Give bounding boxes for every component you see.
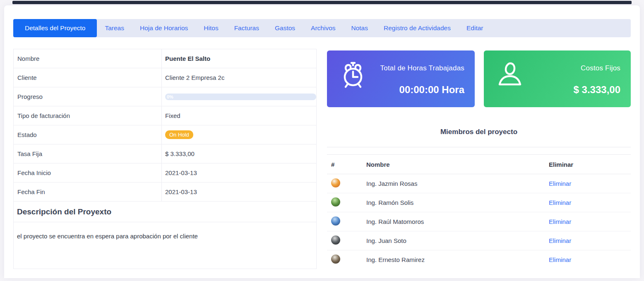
delete-member-link[interactable]: Eliminar bbox=[549, 218, 571, 225]
progress-percent-label: 0% bbox=[165, 94, 173, 99]
tab-editar[interactable]: Editar bbox=[459, 19, 491, 37]
fixed-costs-card: Costos Fijos $ 3.333,00 bbox=[484, 50, 631, 107]
detail-row-cliente: Cliente Cliente 2 Empresa 2c bbox=[14, 68, 316, 87]
detail-label: Tasa Fija bbox=[14, 144, 162, 163]
person-icon bbox=[496, 60, 524, 92]
member-row: Ing. Juan Soto Eliminar bbox=[327, 231, 631, 250]
total-hours-card: Total de Horas Trabajadas 00:00:00 Hora bbox=[327, 50, 475, 107]
member-row: Ing. Raúl Matomoros Eliminar bbox=[327, 212, 631, 231]
project-details-table: Nombre Puente El Salto Cliente Cliente 2… bbox=[13, 49, 317, 269]
detail-label: Tipo de facturación bbox=[14, 106, 162, 125]
tab-tareas[interactable]: Tareas bbox=[97, 19, 132, 37]
member-row: Ing. Ramón Solis Eliminar bbox=[327, 193, 631, 212]
member-row: Ing. Jazmin Rosas Eliminar bbox=[327, 174, 631, 193]
delete-member-link[interactable]: Eliminar bbox=[549, 199, 571, 206]
tab-archivos[interactable]: Archivos bbox=[303, 19, 343, 37]
detail-value-fixed-rate: $ 3.333,00 bbox=[162, 144, 316, 163]
member-avatar bbox=[331, 255, 340, 264]
tab-detalles-del-proyecto[interactable]: Detalles del Proyecto bbox=[13, 19, 97, 37]
member-avatar bbox=[331, 216, 340, 226]
tab-registro-de-actividades[interactable]: Registro de Actividades bbox=[376, 19, 459, 37]
members-divider bbox=[327, 147, 631, 147]
status-badge: On Hold bbox=[165, 130, 193, 139]
tab-hoja-de-horarios[interactable]: Hoja de Horarios bbox=[132, 19, 196, 37]
delete-member-link[interactable]: Eliminar bbox=[549, 180, 571, 187]
member-name: Ing. Raúl Matomoros bbox=[366, 218, 549, 225]
top-accent-bar bbox=[12, 1, 632, 4]
detail-row-nombre: Nombre Puente El Salto bbox=[14, 49, 316, 68]
members-section-title: Miembros del proyecto bbox=[327, 128, 631, 136]
detail-label: Fecha Fin bbox=[14, 183, 162, 201]
tab-hitos[interactable]: Hitos bbox=[196, 19, 226, 37]
detail-row-progreso: Progreso 0% bbox=[14, 87, 316, 106]
description-text: el proyecto se encuentra en espera para … bbox=[14, 222, 316, 249]
members-table-header: # Nombre Eliminar bbox=[327, 155, 631, 174]
detail-row-fecha-fin: Fecha Fin 2021-03-13 bbox=[14, 183, 316, 202]
project-details-card: Detalles del Proyecto Tareas Hoja de Hor… bbox=[4, 5, 640, 278]
right-panel: Total de Horas Trabajadas 00:00:00 Hora … bbox=[327, 49, 631, 269]
member-name: Ing. Juan Soto bbox=[366, 237, 549, 244]
header-eliminar: Eliminar bbox=[549, 161, 631, 168]
detail-value-start-date: 2021-03-13 bbox=[162, 163, 316, 182]
members-table: # Nombre Eliminar Ing. Jazmin Rosas Elim… bbox=[327, 154, 631, 269]
detail-value-client: Cliente 2 Empresa 2c bbox=[162, 68, 316, 87]
member-avatar bbox=[331, 178, 340, 187]
detail-value-project-name: Puente El Salto bbox=[162, 49, 316, 68]
detail-label: Progreso bbox=[14, 87, 162, 106]
delete-member-link[interactable]: Eliminar bbox=[549, 237, 571, 244]
delete-member-link[interactable]: Eliminar bbox=[549, 256, 571, 263]
description-title: Descripción del Proyexto bbox=[14, 202, 316, 222]
detail-label: Nombre bbox=[14, 49, 162, 68]
member-name: Ing. Ramón Solis bbox=[366, 199, 549, 206]
detail-row-tasa-fija: Tasa Fija $ 3.333,00 bbox=[14, 144, 316, 163]
tab-notas[interactable]: Notas bbox=[344, 19, 376, 37]
project-tabs: Detalles del Proyecto Tareas Hoja de Hor… bbox=[13, 19, 631, 37]
tab-facturas[interactable]: Facturas bbox=[226, 19, 267, 37]
detail-value-end-date: 2021-03-13 bbox=[162, 183, 316, 201]
member-name: Ing. Ernesto Ramirez bbox=[366, 256, 549, 263]
header-nombre: Nombre bbox=[366, 161, 549, 168]
member-name: Ing. Jazmin Rosas bbox=[366, 180, 549, 187]
detail-label: Cliente bbox=[14, 68, 162, 87]
member-avatar bbox=[331, 197, 340, 207]
detail-row-tipo-facturacion: Tipo de facturación Fixed bbox=[14, 106, 316, 125]
detail-row-fecha-inicio: Fecha Inicio 2021-03-13 bbox=[14, 163, 316, 183]
detail-value-billing-type: Fixed bbox=[162, 106, 316, 125]
detail-label: Estado bbox=[14, 125, 162, 144]
detail-label: Fecha Inicio bbox=[14, 163, 162, 182]
header-index: # bbox=[327, 161, 366, 168]
detail-row-estado: Estado On Hold bbox=[14, 125, 316, 144]
member-row: Ing. Ernesto Ramirez Eliminar bbox=[327, 250, 631, 269]
member-avatar bbox=[331, 235, 340, 245]
tab-gastos[interactable]: Gastos bbox=[267, 19, 303, 37]
alarm-clock-icon bbox=[339, 60, 367, 92]
progress-bar: 0% bbox=[165, 94, 316, 100]
